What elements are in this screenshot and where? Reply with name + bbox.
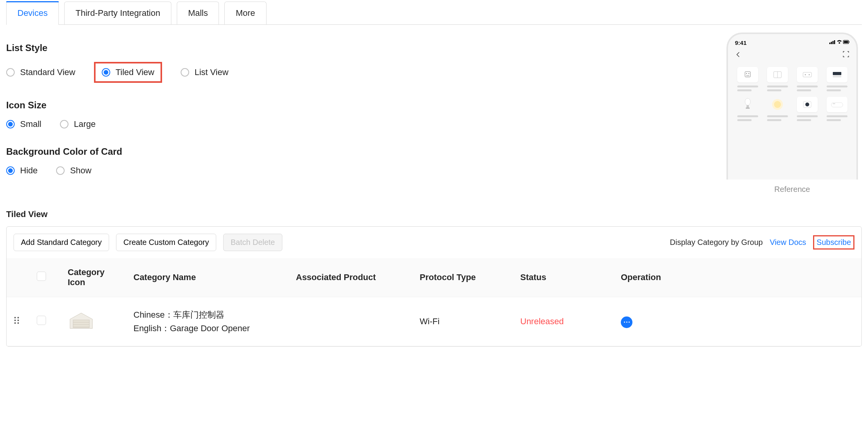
scan-icon bbox=[842, 50, 849, 60]
row-checkbox[interactable] bbox=[37, 316, 46, 325]
radio-icon-large[interactable]: Large bbox=[60, 119, 96, 129]
status-cell: Unreleased bbox=[520, 316, 564, 326]
svg-point-15 bbox=[805, 74, 806, 75]
svg-point-32 bbox=[14, 322, 16, 324]
tiled-view-title: Tiled View bbox=[6, 209, 862, 219]
batch-delete-button: Batch Delete bbox=[223, 234, 282, 251]
tab-more[interactable]: More bbox=[224, 2, 266, 24]
preview-tile bbox=[824, 67, 849, 91]
icon-size-options: Small Large bbox=[6, 119, 707, 129]
radio-dot-icon bbox=[6, 120, 15, 128]
preview-tile bbox=[824, 97, 849, 121]
preview-tile bbox=[735, 67, 760, 91]
card-bg-options: Hide Show bbox=[6, 166, 707, 176]
table-toolbar: Add Standard Category Create Custom Cate… bbox=[7, 234, 861, 258]
svg-rect-2 bbox=[832, 41, 834, 44]
drag-handle-icon[interactable] bbox=[14, 318, 20, 327]
category-name-cell: Chinese：车库门控制器 English：Garage Door Opene… bbox=[133, 308, 282, 335]
svg-rect-3 bbox=[834, 40, 835, 44]
svg-point-9 bbox=[746, 73, 747, 74]
svg-point-29 bbox=[17, 317, 19, 318]
svg-point-10 bbox=[748, 73, 749, 74]
radio-label: Show bbox=[70, 166, 91, 176]
back-chevron-icon bbox=[735, 50, 741, 60]
preview-tile bbox=[765, 97, 790, 121]
add-standard-category-button[interactable]: Add Standard Category bbox=[14, 234, 109, 251]
svg-point-28 bbox=[14, 317, 16, 318]
radio-label: Tiled View bbox=[116, 67, 154, 77]
svg-point-19 bbox=[745, 98, 750, 105]
signal-wifi-battery-icon bbox=[829, 39, 849, 46]
radio-label: Standard View bbox=[20, 67, 75, 77]
svg-rect-34 bbox=[73, 320, 89, 328]
radio-label: Hide bbox=[20, 166, 38, 176]
preview-tile bbox=[735, 97, 760, 121]
table-row: Chinese：车库门控制器 English：Garage Door Opene… bbox=[7, 297, 861, 346]
display-by-group-label: Display Category by Group bbox=[670, 238, 763, 247]
radio-dot-icon bbox=[181, 68, 189, 77]
svg-point-33 bbox=[17, 322, 19, 324]
tab-third-party[interactable]: Third-Party Integration bbox=[64, 2, 171, 24]
svg-point-30 bbox=[14, 320, 16, 321]
garage-door-icon bbox=[68, 311, 95, 330]
create-custom-category-button[interactable]: Create Custom Category bbox=[116, 234, 216, 251]
svg-rect-14 bbox=[803, 72, 812, 77]
radio-dot-icon bbox=[6, 68, 15, 77]
view-docs-link[interactable]: View Docs bbox=[770, 238, 806, 247]
top-tabs: Devices Third-Party Integration Malls Mo… bbox=[6, 0, 862, 25]
protocol-cell: Wi-Fi bbox=[413, 297, 513, 346]
svg-point-31 bbox=[17, 320, 19, 321]
radio-label: List View bbox=[195, 67, 229, 77]
tiled-view-highlight: Tiled View bbox=[94, 62, 162, 83]
svg-point-16 bbox=[808, 74, 810, 75]
associated-product-cell bbox=[289, 297, 413, 346]
table-panel: Add Standard Category Create Custom Cate… bbox=[6, 226, 862, 347]
svg-point-23 bbox=[774, 101, 781, 108]
svg-rect-17 bbox=[833, 72, 841, 75]
preview-tile bbox=[795, 97, 820, 121]
col-category-name: Category Name bbox=[126, 258, 289, 297]
col-category-icon: Category Icon bbox=[61, 258, 126, 297]
radio-dot-icon bbox=[60, 120, 68, 128]
list-style-options: Standard View Tiled View List View bbox=[6, 62, 707, 83]
row-actions-button[interactable] bbox=[621, 316, 632, 328]
svg-point-4 bbox=[839, 42, 840, 44]
preview-caption: Reference bbox=[723, 185, 862, 194]
radio-bg-show[interactable]: Show bbox=[56, 166, 91, 176]
tab-devices[interactable]: Devices bbox=[6, 2, 59, 24]
svg-rect-11 bbox=[746, 75, 749, 76]
col-operation: Operation bbox=[614, 258, 861, 297]
card-bg-title: Background Color of Card bbox=[6, 146, 707, 157]
svg-point-25 bbox=[805, 103, 809, 106]
phone-preview: 9:41 bbox=[726, 32, 858, 180]
col-associated-product: Associated Product bbox=[289, 258, 413, 297]
svg-rect-26 bbox=[831, 103, 843, 107]
svg-rect-18 bbox=[833, 75, 841, 77]
radio-label: Small bbox=[20, 119, 41, 129]
radio-dot-icon bbox=[102, 68, 110, 77]
radio-standard-view[interactable]: Standard View bbox=[6, 67, 75, 77]
select-all-checkbox[interactable] bbox=[37, 272, 46, 281]
svg-rect-0 bbox=[829, 43, 830, 44]
svg-rect-20 bbox=[747, 105, 749, 108]
radio-bg-hide[interactable]: Hide bbox=[6, 166, 38, 176]
radio-dot-icon bbox=[6, 166, 15, 175]
radio-list-view[interactable]: List View bbox=[181, 67, 229, 77]
preview-tile bbox=[765, 67, 790, 91]
category-table: Category Icon Category Name Associated P… bbox=[7, 258, 861, 346]
subscribe-link[interactable]: Subscribe bbox=[813, 235, 854, 250]
svg-rect-7 bbox=[849, 41, 850, 43]
phone-time: 9:41 bbox=[735, 39, 747, 46]
preview-tile bbox=[795, 67, 820, 91]
col-status: Status bbox=[513, 258, 614, 297]
tab-malls[interactable]: Malls bbox=[177, 2, 219, 24]
radio-label: Large bbox=[74, 119, 96, 129]
svg-rect-6 bbox=[844, 41, 848, 43]
svg-rect-1 bbox=[831, 42, 832, 44]
list-style-title: List Style bbox=[6, 43, 707, 53]
radio-icon-small[interactable]: Small bbox=[6, 119, 41, 129]
radio-tiled-view[interactable]: Tiled View bbox=[102, 67, 154, 77]
col-protocol-type: Protocol Type bbox=[413, 258, 513, 297]
svg-rect-27 bbox=[833, 103, 835, 104]
icon-size-title: Icon Size bbox=[6, 100, 707, 111]
